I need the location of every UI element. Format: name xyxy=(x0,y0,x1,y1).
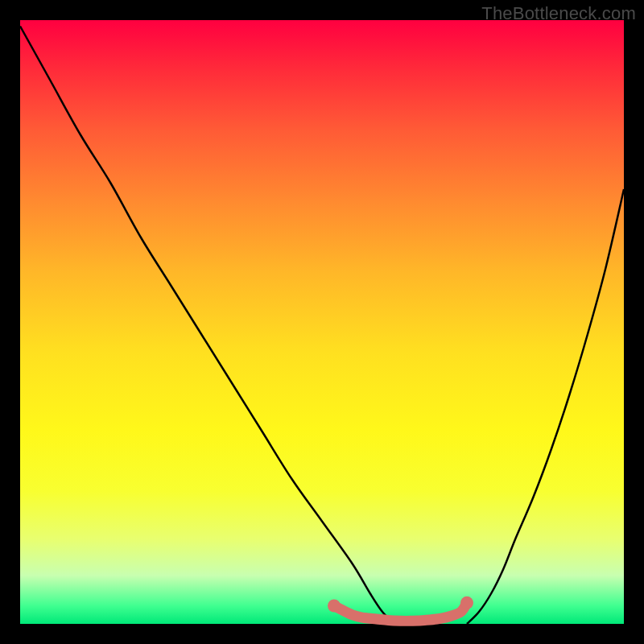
curve-layer xyxy=(20,20,624,624)
marker-endpoint xyxy=(328,600,341,613)
right-curve xyxy=(467,189,624,624)
watermark-text: TheBottleneck.com xyxy=(481,3,636,24)
floor-marker-curve xyxy=(334,603,467,621)
chart-frame: TheBottleneck.com xyxy=(0,0,644,644)
marker-endpoint xyxy=(460,597,473,609)
left-curve xyxy=(20,27,394,625)
